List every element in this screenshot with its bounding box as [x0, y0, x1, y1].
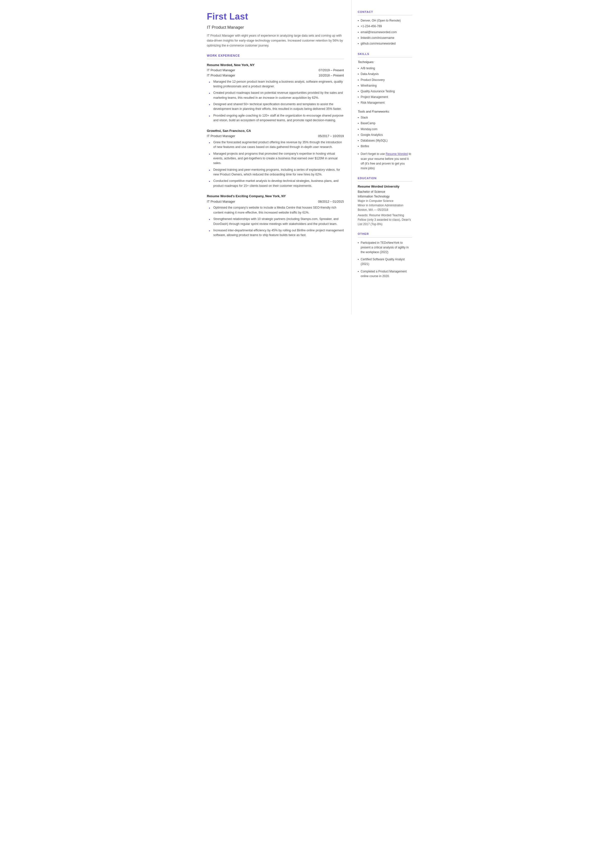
bullet-3-1: Optimised the company's website to inclu… [209, 205, 344, 215]
promo-link[interactable]: Resume Worded [386, 152, 408, 156]
contact-item-4: github.com/resumeworded [358, 41, 412, 47]
job-dates-3a: 08/2012 – 01/2015 [318, 199, 344, 204]
job-title-3a: IT Product Manager [207, 199, 236, 204]
company-name-2: Growthsi, San Francisco, CA [207, 129, 344, 134]
skills-promo: Don't forget to use Resume Worded to sca… [358, 152, 412, 171]
techniques-label: Techniques: [358, 60, 412, 65]
skill-tool-0: Slack [358, 115, 412, 121]
edu-institution: Resume Worded University [358, 184, 412, 189]
work-experience-section-title: WORK EXPERIENCE [207, 53, 344, 59]
contact-item-1: +1-234-456-789 [358, 23, 412, 29]
other-item-1: Certified Software Quality Analyst (2021… [358, 256, 412, 267]
skill-technique-2: Product Discovery [358, 77, 412, 83]
skill-tool-4: Databases (MySQL) [358, 138, 412, 143]
edu-awards: Awards: Resume Worded Teaching Fellow (o… [358, 213, 412, 227]
contact-item-0: Denver, OH (Open to Remote) [358, 18, 412, 23]
job-block-3: Resume Worded's Exciting Company, New Yo… [207, 194, 344, 238]
bullet-2-2: Managed projects and programs that promo… [209, 151, 344, 166]
skill-tool-1: BaseCamp [358, 121, 412, 126]
left-column: First Last IT Product Manager IT Product… [196, 0, 352, 314]
bullet-1-2: Created product roadmaps based on potent… [209, 90, 344, 100]
contact-section-title: CONTACT [358, 10, 412, 16]
candidate-summary: IT Product Manager with eight years of e… [207, 33, 344, 48]
bullet-3-3: Increased inter-departmental efficiency … [209, 228, 344, 238]
company-name-1: Resume Worded, New York, NY [207, 63, 344, 68]
job-title-2a: IT Product Manager [207, 134, 236, 138]
skill-technique-4: Quality Assurance Testing [358, 89, 412, 94]
skill-technique-6: Risk Management [358, 100, 412, 106]
resume-page: First Last IT Product Manager IT Product… [196, 0, 419, 314]
bullet-1-1: Managed the 12-person product team inclu… [209, 79, 344, 89]
skill-tool-3: Google Analytics [358, 132, 412, 138]
other-section-title: OTHER [358, 232, 412, 237]
skills-section-title: SKILLS [358, 52, 412, 57]
job-row-1b: IT Product Manager 10/2018 – Present [207, 73, 344, 78]
edu-field: Information Technology [358, 194, 412, 199]
job-row-3a: IT Product Manager 08/2012 – 01/2015 [207, 199, 344, 204]
education-section-title: EDUCATION [358, 176, 412, 182]
tools-label: Tools and Frameworks: [358, 109, 412, 114]
education-section: EDUCATION Resume Worded University Bache… [358, 176, 412, 227]
skills-section: SKILLS Techniques: A/B testing Data Anal… [358, 52, 412, 171]
job-row-2a: IT Product Manager 05/2017 – 10/2019 [207, 134, 344, 138]
skill-tool-5: Binfire [358, 143, 412, 149]
skill-tool-2: Monday.com [358, 126, 412, 132]
contact-item-3: linkedin.com/in/username [358, 35, 412, 41]
right-column: CONTACT Denver, OH (Open to Remote) +1-2… [352, 0, 419, 314]
bullet-3-2: Strengthened relationships with 10 strat… [209, 217, 344, 227]
other-item-2: Completed a Product Management online co… [358, 269, 412, 279]
edu-location-date: Boston, MA — 05/2018 [358, 208, 412, 212]
job-dates-2a: 05/2017 – 10/2019 [318, 134, 344, 138]
job-dates-1b: 10/2018 – Present [318, 73, 344, 78]
job-title-1a: IT Product Manager [207, 68, 236, 73]
other-item-0: Participated in TEDxNewYork to present a… [358, 240, 412, 255]
candidate-name: First Last [207, 10, 344, 23]
bullet-2-3: Designed training and peer-mentoring pro… [209, 168, 344, 177]
job-title-1b: IT Product Manager [207, 73, 236, 78]
job-bullets-1: Managed the 12-person product team inclu… [209, 79, 344, 123]
contact-item-2: email@resumeworded.com [358, 30, 412, 35]
edu-degree: Bachelor of Science [358, 189, 412, 194]
edu-major: Major in Computer Science [358, 199, 412, 203]
job-bullets-2: Grew the forecasted augmented product of… [209, 140, 344, 188]
bullet-2-1: Grew the forecasted augmented product of… [209, 140, 344, 150]
job-block-1: Resume Worded, New York, NY IT Product M… [207, 63, 344, 123]
job-bullets-3: Optimised the company's website to inclu… [209, 205, 344, 238]
promo-before: Don't forget to use [361, 152, 386, 156]
other-section: OTHER Participated in TEDxNewYork to pre… [358, 232, 412, 279]
bullet-1-4: Provided ongoing agile coaching to 120+ … [209, 113, 344, 123]
skill-technique-5: Project Management [358, 94, 412, 100]
bullet-2-4: Conducted competitive market analysis to… [209, 179, 344, 188]
contact-section: CONTACT Denver, OH (Open to Remote) +1-2… [358, 10, 412, 47]
job-row-1a: IT Product Manager 07/2019 – Present [207, 68, 344, 73]
job-block-2: Growthsi, San Francisco, CA IT Product M… [207, 129, 344, 189]
bullet-1-3: Designed and shared 50+ technical specif… [209, 102, 344, 112]
skill-technique-0: A/B testing [358, 65, 412, 71]
company-name-3: Resume Worded's Exciting Company, New Yo… [207, 194, 344, 199]
candidate-title: IT Product Manager [207, 24, 344, 31]
edu-minor: Minor in Information Administration [358, 203, 412, 208]
skill-technique-1: Data Analysis [358, 71, 412, 77]
skill-technique-3: Wireframing [358, 83, 412, 89]
job-dates-1a: 07/2019 – Present [318, 68, 344, 73]
